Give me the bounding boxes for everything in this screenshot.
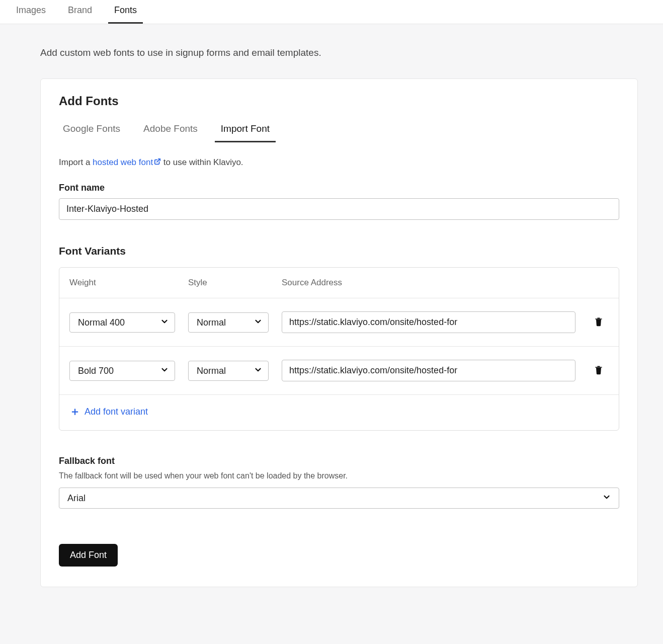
variant-row: Bold 700 Normal — [59, 347, 619, 395]
variant-weight-select[interactable]: Bold 700 — [69, 361, 175, 381]
main-content: Images Brand Fonts Add custom web fonts … — [0, 0, 663, 644]
header-weight: Weight — [69, 278, 175, 288]
font-variants-heading: Font Variants — [59, 245, 619, 257]
tab-google-fonts[interactable]: Google Fonts — [59, 118, 124, 142]
trash-icon — [594, 321, 604, 329]
tab-fonts[interactable]: Fonts — [103, 0, 148, 24]
font-name-label: Font name — [59, 183, 619, 193]
add-fonts-card: Add Fonts Google Fonts Adobe Fonts Impor… — [40, 78, 638, 587]
import-text-prefix: Import a — [59, 157, 93, 167]
font-variants-table: Weight Style Source Address Normal 400 — [59, 267, 619, 431]
top-tabs: Images Brand Fonts — [0, 0, 663, 24]
fallback-font-select[interactable]: Arial — [59, 488, 619, 509]
add-font-variant-label: Add font variant — [85, 407, 148, 417]
tab-images[interactable]: Images — [5, 0, 57, 24]
tab-adobe-fonts[interactable]: Adobe Fonts — [139, 118, 202, 142]
fallback-font-label: Fallback font — [59, 456, 619, 466]
variant-style-select[interactable]: Normal — [188, 361, 269, 381]
hosted-web-font-link-text: hosted web font — [93, 157, 153, 167]
hosted-web-font-link[interactable]: hosted web font — [93, 157, 161, 167]
add-variant-row: ＋ Add font variant — [59, 395, 619, 430]
variant-source-input[interactable] — [282, 311, 575, 333]
plus-icon: ＋ — [69, 406, 80, 417]
tab-brand[interactable]: Brand — [57, 0, 103, 24]
font-source-tabs: Google Fonts Adobe Fonts Import Font — [59, 118, 619, 142]
variants-header-row: Weight Style Source Address — [59, 268, 619, 298]
font-name-input[interactable] — [59, 198, 619, 220]
variant-weight-select[interactable]: Normal 400 — [69, 312, 175, 333]
page-body: Add custom web fonts to use in signup fo… — [0, 24, 663, 627]
import-description: Import a hosted web font to use within K… — [59, 157, 619, 168]
card-title: Add Fonts — [59, 94, 619, 108]
add-font-variant-button[interactable]: ＋ Add font variant — [69, 406, 148, 417]
add-font-button[interactable]: Add Font — [59, 544, 118, 567]
header-source: Source Address — [282, 278, 575, 288]
variant-style-select[interactable]: Normal — [188, 312, 269, 333]
variant-source-input[interactable] — [282, 360, 575, 381]
import-text-suffix: to use within Klaviyo. — [161, 157, 243, 167]
fallback-font-description: The fallback font will be used when your… — [59, 471, 619, 480]
fallback-section: Fallback font The fallback font will be … — [59, 456, 619, 509]
tab-import-font[interactable]: Import Font — [217, 118, 274, 142]
intro-text: Add custom web fonts to use in signup fo… — [40, 47, 638, 58]
header-style: Style — [188, 278, 269, 288]
variant-row: Normal 400 Normal — [59, 298, 619, 347]
delete-variant-button[interactable] — [592, 362, 606, 379]
trash-icon — [594, 369, 604, 377]
delete-variant-button[interactable] — [592, 314, 606, 331]
external-link-icon — [154, 157, 161, 168]
